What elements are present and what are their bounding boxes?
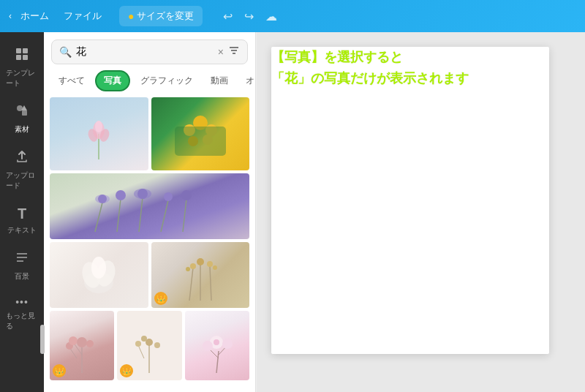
search-filter-button[interactable] xyxy=(228,45,240,59)
svg-point-54 xyxy=(86,340,94,347)
template-label: テンプレート xyxy=(6,68,38,88)
image-row-3: 👑 xyxy=(50,242,249,308)
sidebar-item-text[interactable]: T テキスト xyxy=(3,200,41,241)
filter-tab-video[interactable]: 動画 xyxy=(203,72,235,90)
more-label: もっと見る xyxy=(6,311,38,331)
dict-label: 百景 xyxy=(15,271,29,282)
list-item[interactable] xyxy=(50,242,148,308)
svg-rect-3 xyxy=(23,55,28,60)
sidebar-item-upload[interactable]: アップロード xyxy=(3,143,41,197)
topbar: ‹ ホーム ファイル ● サイズを変更 ↩ ↪ ☁ xyxy=(0,0,585,32)
annotation-line1: 【写真】を選択すると xyxy=(271,47,469,68)
image-row-1 xyxy=(50,97,249,170)
search-icon: 🔍 xyxy=(59,46,72,58)
svg-line-56 xyxy=(138,345,144,358)
cloud-save-button[interactable]: ☁ xyxy=(263,8,280,25)
canvas-area: 【写真】を選択すると 「花」の写真だけが表示されます xyxy=(257,32,585,392)
svg-point-52 xyxy=(69,336,78,345)
sidebar-item-template[interactable]: テンプレート xyxy=(3,41,41,94)
flower-purple-wide-img xyxy=(50,173,249,239)
flower-pink-stem-img xyxy=(50,97,148,170)
list-item[interactable] xyxy=(50,173,249,239)
image-grid[interactable]: 👑 xyxy=(44,97,255,392)
image-row-4: 👑 👑 xyxy=(50,311,249,380)
svg-rect-0 xyxy=(16,48,21,53)
svg-rect-1 xyxy=(23,48,28,53)
sidebar-item-dict[interactable]: 百景 xyxy=(3,244,41,287)
svg-rect-23 xyxy=(175,127,226,156)
flower-yellow-img xyxy=(151,97,250,170)
svg-point-67 xyxy=(214,339,219,345)
svg-point-30 xyxy=(116,190,126,200)
svg-point-47 xyxy=(213,265,217,270)
list-item[interactable]: 👑 xyxy=(151,242,250,308)
filter-tab-photo[interactable]: 写真 xyxy=(95,70,130,91)
canvas-page xyxy=(271,47,549,354)
back-chevron-icon[interactable]: ‹ xyxy=(9,11,12,21)
svg-point-59 xyxy=(154,342,160,348)
svg-line-40 xyxy=(189,268,193,301)
filter-tab-other[interactable]: オー... xyxy=(238,72,255,90)
search-panel: 🔍 × すべて 写真 グラフィック 動画 xyxy=(44,32,256,392)
svg-point-39 xyxy=(91,257,106,279)
sidebar: テンプレート 素材 アップロード T テキスト xyxy=(0,32,44,392)
svg-point-53 xyxy=(77,337,87,347)
text-label: テキスト xyxy=(7,225,37,235)
undo-button[interactable]: ↩ xyxy=(220,8,235,25)
filter-tab-all[interactable]: すべて xyxy=(51,72,92,90)
annotation-line2: 「花」の写真だけが表示されます xyxy=(271,68,469,89)
coin-icon: ● xyxy=(128,10,134,22)
main-layout: テンプレート 素材 アップロード T テキスト xyxy=(0,32,585,392)
list-item[interactable]: 👑 xyxy=(50,311,114,380)
template-icon xyxy=(15,47,29,65)
text-icon: T xyxy=(18,206,26,222)
topbar-nav: ‹ ホーム ファイル xyxy=(9,7,107,26)
svg-point-35 xyxy=(134,189,151,199)
svg-point-45 xyxy=(207,261,213,267)
svg-point-66 xyxy=(222,339,233,349)
dict-icon xyxy=(15,250,29,268)
upload-icon xyxy=(15,149,29,167)
search-bar: 🔍 × xyxy=(51,39,248,64)
material-label: 素材 xyxy=(15,124,29,135)
search-input[interactable] xyxy=(76,46,214,58)
sidebar-item-more[interactable]: ••• もっと見る xyxy=(3,290,41,337)
home-nav-item[interactable]: ホーム xyxy=(15,7,55,26)
svg-line-28 xyxy=(183,199,186,232)
svg-point-60 xyxy=(141,336,147,342)
svg-point-17 xyxy=(95,121,102,132)
svg-rect-5 xyxy=(22,110,27,116)
flower-white-soft-img xyxy=(50,242,148,308)
svg-point-34 xyxy=(95,195,110,203)
svg-line-24 xyxy=(95,203,102,232)
resize-button[interactable]: ● サイズを変更 xyxy=(119,6,203,26)
svg-point-32 xyxy=(164,192,173,201)
svg-point-46 xyxy=(186,267,190,271)
scroll-thumb[interactable] xyxy=(40,325,45,354)
crown-badge: 👑 xyxy=(154,292,167,305)
svg-line-42 xyxy=(210,266,211,301)
svg-line-27 xyxy=(161,200,168,232)
sidebar-item-material[interactable]: 素材 xyxy=(3,97,41,140)
list-item[interactable] xyxy=(151,97,250,170)
filter-tabs: すべて 写真 グラフィック 動画 オー... › xyxy=(44,70,255,91)
svg-point-57 xyxy=(135,341,141,347)
list-item[interactable] xyxy=(50,97,148,170)
svg-line-26 xyxy=(139,197,143,232)
material-icon xyxy=(15,103,29,121)
svg-point-65 xyxy=(203,341,213,351)
file-nav-item[interactable]: ファイル xyxy=(58,7,107,26)
redo-button[interactable]: ↪ xyxy=(241,8,257,25)
svg-line-25 xyxy=(117,199,121,232)
svg-point-33 xyxy=(181,190,192,200)
flower-cherry-img xyxy=(185,311,249,380)
crown-badge: 👑 xyxy=(53,364,66,377)
list-item[interactable]: 👑 xyxy=(117,311,181,380)
search-clear-button[interactable]: × xyxy=(218,46,224,58)
svg-point-43 xyxy=(190,263,196,269)
list-item[interactable] xyxy=(185,311,249,380)
topbar-controls: ↩ ↪ ☁ xyxy=(220,8,280,25)
filter-tab-graphic[interactable]: グラフィック xyxy=(133,72,200,90)
svg-point-44 xyxy=(197,258,204,265)
upload-label: アップロード xyxy=(6,170,38,191)
